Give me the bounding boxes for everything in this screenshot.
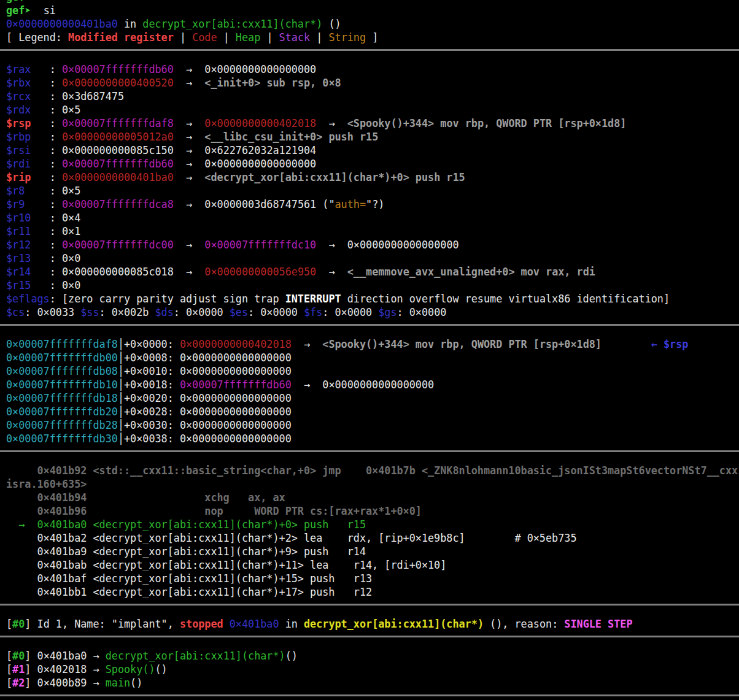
stop-location-line: 0×0000000000401ba0 in decrypt_xor[abi:cx… <box>6 17 739 31</box>
register-value: 0×5 <box>62 185 80 197</box>
legend-modified-register: Modified register <box>68 31 174 44</box>
register-row-r12: $r12 : 0×00007fffffffdc00 → 0×00007fffff… <box>6 238 739 252</box>
past-instruction: 0×401b94 xchg ax, ax <box>6 491 285 504</box>
stack-address: 0×00007fffffffdb28 <box>6 419 118 431</box>
text-segment: () <box>322 18 341 30</box>
register-name: $eflags <box>6 293 50 305</box>
command-line[interactable]: gef➤ si <box>6 4 739 17</box>
stack-offset: +0×0038: <box>124 433 180 445</box>
frame-function: Spooky() <box>106 663 155 675</box>
separator-bar <box>0 636 739 637</box>
register-row-rdx: $rdx : 0×5 <box>6 103 739 117</box>
register-value: : 0×0000 <box>248 306 304 318</box>
stack-address: 0×00007fffffffdb00 <box>6 352 118 364</box>
text-segment: ] <box>366 31 378 44</box>
stack-value: 0×0000000000000000 <box>180 419 292 431</box>
section-separator-trace <box>6 636 739 649</box>
text-segment: : <box>31 117 62 129</box>
disasm-row-401b92-wrap: isra.160+635> <box>6 477 739 491</box>
text-segment: : <box>31 77 62 89</box>
register-name: $gs <box>378 306 397 318</box>
separator-bar <box>0 324 739 326</box>
register-value: 0×1 <box>62 225 80 237</box>
disasm-row-401bb1: 0×401bb1 <decrypt_xor[abi:cxx11](char*)+… <box>6 585 739 599</box>
register-value: 0×5 <box>62 104 80 116</box>
text-segment: [ Legend: <box>6 31 68 44</box>
stack-row-0: 0×00007fffffffdaf8│+0×0000: 0×0000000000… <box>6 337 739 351</box>
register-name: $rsi <box>6 144 31 156</box>
dereferenced-value: 0×000000000056e950 <box>204 266 316 278</box>
ascii-string: auth= <box>335 198 366 210</box>
register-name: $rcx <box>6 90 31 102</box>
dereferenced-value: 0×0000000000000000 <box>347 239 459 251</box>
dereferenced-value: 0×0000000000000000 <box>322 379 434 391</box>
next-instruction: 0×401baf <decrypt_xor[abi:cxx11](char*)+… <box>6 572 372 585</box>
text-segment: "?) <box>366 198 384 210</box>
register-value: 0×000000000085c150 <box>62 144 174 156</box>
dereferenced-instruction: <Spooky()+344> mov rbp, QWORD PTR [rsp+0… <box>347 117 627 129</box>
column-divider: │ <box>118 406 124 418</box>
column-divider: │ <box>118 392 124 404</box>
text-segment: | <box>310 31 328 44</box>
text-segment: : <box>31 225 62 237</box>
register-row-rsp: $rsp : 0×00007fffffffdaf8 → 0×0000000000… <box>6 117 739 130</box>
thread-state: stopped <box>180 618 230 630</box>
register-value: : 0×0000 <box>322 306 378 318</box>
frame-address: ] 0×402018 → <box>25 663 105 675</box>
stop-function: decrypt_xor[abi:cxx11](char*) <box>142 18 322 30</box>
frame-address: ] 0×401ba0 → <box>25 650 105 662</box>
text-segment: () <box>155 663 168 675</box>
dereferenced-instruction: <_init+0> sub rsp, 0×8 <box>204 77 341 89</box>
register-name: $rbp <box>6 131 31 143</box>
stack-row-1: 0×00007fffffffdb00│+0×0008: 0×0000000000… <box>6 351 739 364</box>
stack-row-5: 0×00007fffffffdb20│+0×0028: 0×0000000000… <box>6 405 739 418</box>
text-segment: : <box>31 144 62 156</box>
frame-function: main <box>106 677 130 689</box>
stack-value: 0×0000000000000000 <box>180 352 292 364</box>
dereferenced-value: 0×0000000000402018 <box>204 117 316 129</box>
section-separator-stack <box>6 324 739 337</box>
register-value: 0×3d687475 <box>62 90 124 102</box>
legend-code: Code <box>192 31 217 44</box>
section-separator-registers <box>6 49 739 63</box>
arrow: → <box>174 77 205 89</box>
register-row-r10: $r10 : 0×4 <box>6 211 739 225</box>
register-row-rdi: $rdi : 0×00007fffffffdb60 → 0×0000000000… <box>6 157 739 171</box>
register-value: : 0×0033 <box>25 306 80 318</box>
arrow: → <box>174 144 205 156</box>
stack-offset: +0×0030: <box>124 419 180 431</box>
register-name: $rbx <box>6 77 31 89</box>
section-separator-prompt <box>6 694 739 700</box>
text-segment: (" <box>316 198 335 210</box>
frame-index: #2 <box>12 677 25 689</box>
register-row-rcx: $rcx : 0×3d687475 <box>6 90 739 103</box>
column-divider: │ <box>118 433 124 445</box>
text-segment: | <box>217 31 236 44</box>
column-divider: │ <box>118 365 124 377</box>
trace-frame-2: [#2] 0×400b89 → main() <box>6 676 739 690</box>
stack-address: 0×00007fffffffdaf8 <box>6 338 118 350</box>
dereferenced-value: 0×0000000000000000 <box>204 63 316 75</box>
arrow: → <box>316 239 347 251</box>
register-value: 0×0000000000400520 <box>62 77 174 89</box>
dereferenced-value: 0×00007fffffffdc10 <box>204 239 316 251</box>
register-value: : 0×002b <box>99 306 155 318</box>
register-name: $r13 <box>6 252 31 264</box>
stack-value: 0×0000000000000000 <box>180 433 292 445</box>
stack-address: 0×00007fffffffdb10 <box>6 379 118 391</box>
frame-index: #1 <box>12 663 25 675</box>
legend-string: String <box>328 31 366 44</box>
stack-address: 0×00007fffffffdb30 <box>6 433 118 445</box>
register-name: $ss <box>80 306 99 318</box>
register-name: $es <box>230 306 248 318</box>
thread-info: ] Id 1, Name: "implant", <box>25 618 180 630</box>
text-segment: : <box>31 131 62 143</box>
terminal-viewport[interactable]: gef➤gef➤ si0×0000000000401ba0 in decrypt… <box>0 0 739 700</box>
separator-bar <box>0 450 739 452</box>
text-segment: : <box>31 252 62 264</box>
text-segment <box>602 338 651 350</box>
thread-stop-function: decrypt_xor[abi:cxx11](char*) <box>304 618 484 630</box>
register-name: $r8 <box>6 185 25 197</box>
disasm-row-401baf: 0×401baf <decrypt_xor[abi:cxx11](char*)+… <box>6 572 739 585</box>
stack-value: 0×0000000000000000 <box>180 392 292 404</box>
